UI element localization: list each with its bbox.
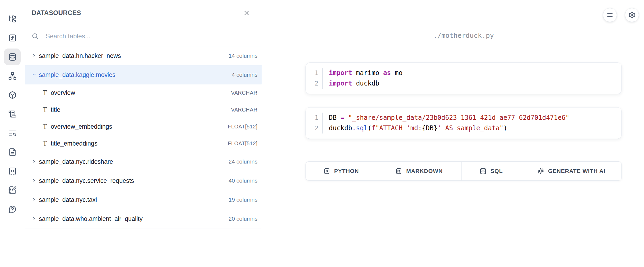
table-name: sample_data.nyc.rideshare [39,158,229,165]
rail-item-logs[interactable] [4,106,21,122]
table-row-who-ambient-air-quality[interactable]: sample_data.who.ambient_air_quality 20 c… [25,209,262,228]
close-icon [243,10,250,16]
code-cell[interactable]: 1 2 import marimo as mo import duckdb [305,62,622,94]
code-token: import [329,80,352,87]
add-python-cell-button[interactable]: PYTHON [306,162,377,180]
notebook-pane: ./motherduck.py 1 2 import marimo as mo … [262,0,644,267]
table-column-count: 14 columns [229,53,257,59]
add-python-label: PYTHON [334,168,359,174]
notebook-filename[interactable]: ./motherduck.py [305,31,622,40]
column-type: FLOAT[512] [228,140,257,147]
add-sql-cell-button[interactable]: SQL [462,162,521,180]
code-token: marimo [352,69,383,77]
code-token: ( [368,124,372,132]
code-editor[interactable]: DB = "_share/sample_data/23b0d623-1361-4… [323,113,621,134]
code-line: import marimo as mo [329,68,621,78]
line-number: 2 [306,78,322,89]
column-row-title-embeddings[interactable]: T title_embeddings FLOAT[512] [25,135,262,152]
column-name: title_embeddings [51,140,228,147]
logs-scroll-icon [8,110,17,118]
code-line: DB = "_share/sample_data/23b0d623-1361-4… [329,113,621,123]
table-row-nyc-taxi[interactable]: sample_data.nyc.taxi 19 columns [25,190,262,209]
rail-item-datasources[interactable] [4,49,21,65]
column-row-title[interactable]: T title VARCHAR [25,101,262,118]
table-row-kaggle-movies[interactable]: sample_data.kaggle.movies 4 columns [25,65,262,84]
add-markdown-cell-button[interactable]: MARKDOWN [377,162,462,180]
code-token: mo [391,69,402,77]
table-column-count: 40 columns [229,177,257,184]
code-token: duckdb [329,124,352,132]
column-type: VARCHAR [231,107,257,113]
table-search-row [25,26,262,46]
documentation-file-icon [8,148,17,156]
close-panel-button[interactable] [243,9,250,16]
gear-icon [628,12,635,18]
code-token: as [383,69,391,77]
top-actions [603,8,639,22]
function-square-icon [8,34,17,42]
text-type-icon: T [42,140,48,147]
line-number: 1 [306,68,322,78]
scratchpad-notebook-icon [8,186,17,194]
table-row-nyc-rideshare[interactable]: sample_data.nyc.rideshare 24 columns [25,152,262,171]
rail-item-help[interactable] [4,201,21,217]
settings-button[interactable] [625,8,639,22]
code-token: f"ATTACH 'md: [372,124,422,132]
code-line: duckdb.sql(f"ATTACH 'md:{DB}' AS sample_… [329,123,621,134]
rail-item-outline[interactable] [4,125,21,141]
packages-box-icon [8,91,17,99]
table-column-count: 20 columns [229,216,257,222]
table-name: sample_data.who.ambient_air_quality [39,215,229,222]
code-token: . [352,124,356,132]
panel-header: DATASOURCES [25,0,262,26]
text-type-icon: T [42,106,48,114]
chevron-right-icon [31,159,37,164]
markdown-square-icon [395,168,402,175]
code-token [344,114,348,121]
code-token: = [340,114,344,121]
add-markdown-label: MARKDOWN [406,168,443,174]
rail-item-dependency-graph[interactable] [4,68,21,84]
table-name: sample_data.kaggle.movies [39,71,232,79]
table-column-count: 4 columns [232,72,257,78]
rail-item-snippets[interactable] [4,163,21,179]
line-number: 2 [306,123,322,134]
code-editor[interactable]: import marimo as mo import duckdb [323,68,621,89]
app-window: DATASOURCES sample_data.hn.hacker_news 1… [0,0,644,267]
column-row-overview[interactable]: T overview VARCHAR [25,84,262,101]
search-icon [31,32,39,40]
code-line: import duckdb [329,78,621,89]
column-list-kaggle-movies: T overview VARCHAR T title VARCHAR T ove… [25,84,262,152]
rail-item-packages[interactable] [4,87,21,103]
chevron-right-icon [31,178,37,183]
code-token: duckdb [352,80,379,87]
table-row-hacker-news[interactable]: sample_data.hn.hacker_news 14 columns [25,46,262,65]
snippets-code-icon [8,167,17,175]
file-tree-icon [8,15,17,23]
code-token: sql [356,124,368,132]
notebook-menu-button[interactable] [603,8,617,22]
table-row-nyc-service-requests[interactable]: sample_data.nyc.service_requests 40 colu… [25,171,262,190]
line-number: 1 [306,113,322,123]
add-sql-label: SQL [490,168,503,174]
code-token: ' AS sample_data" [438,124,504,132]
generate-with-ai-button[interactable]: GENERATE WITH AI [521,162,621,180]
rail-item-scratchpad[interactable] [4,182,21,198]
column-name: overview_embeddings [51,123,228,130]
table-name: sample_data.nyc.taxi [39,196,229,203]
code-cell[interactable]: 1 2 DB = "_share/sample_data/23b0d623-13… [305,107,622,139]
line-numbers: 1 2 [306,113,323,134]
column-row-overview-embeddings[interactable]: T overview_embeddings FLOAT[512] [25,118,262,135]
search-tables-input[interactable] [46,32,255,40]
rail-item-file-explorer[interactable] [4,10,21,27]
code-token: {DB} [422,124,438,132]
chevron-right-icon [31,216,37,221]
column-type: FLOAT[512] [228,124,257,130]
table-of-contents-search-icon [8,129,17,137]
table-name: sample_data.hn.hacker_news [39,52,229,60]
rail-item-variables[interactable] [4,29,21,46]
rail-item-documentation[interactable] [4,144,21,160]
text-type-icon: T [42,89,48,97]
chevron-right-icon [31,53,37,58]
panel-title: DATASOURCES [32,9,81,17]
